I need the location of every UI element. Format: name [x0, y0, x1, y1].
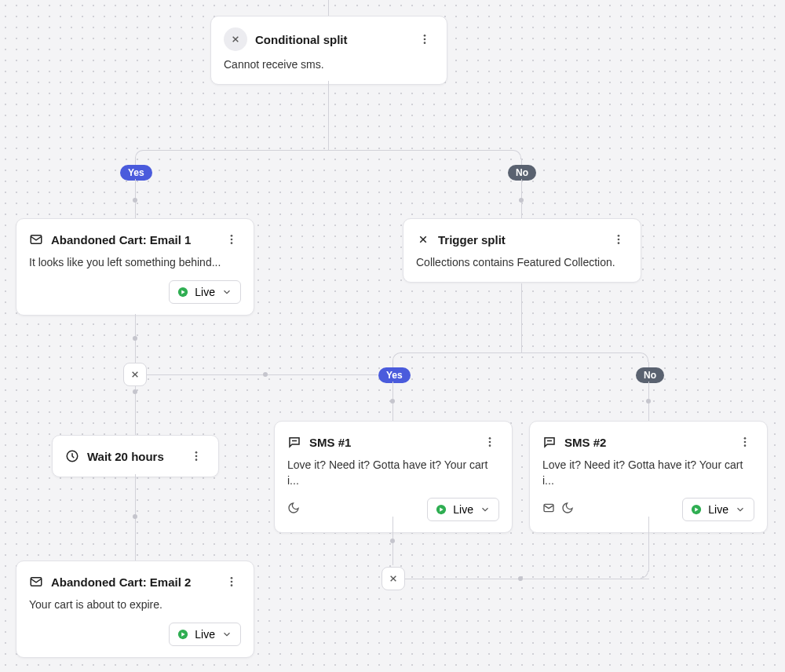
- email-icon: [29, 232, 43, 247]
- email-icon: [29, 575, 43, 589]
- svg-point-6: [231, 242, 233, 244]
- svg-point-4: [231, 235, 233, 237]
- branch-yes-badge: Yes: [120, 165, 152, 181]
- junction-icon: [382, 567, 405, 590]
- chevron-down-icon: [221, 629, 232, 640]
- email2-title: Abandoned Cart: Email 2: [51, 575, 191, 589]
- wait-more-button[interactable]: [187, 447, 206, 466]
- conditional-split-description: Cannot receive sms.: [224, 57, 434, 73]
- email1-title: Abandoned Cart: Email 1: [51, 233, 191, 247]
- sms2-status-select[interactable]: Live: [682, 498, 754, 521]
- sms-icon: [287, 435, 301, 449]
- sms2-description: Love it? Need it? Gotta have it? Your ca…: [542, 458, 754, 488]
- play-icon: [177, 629, 188, 640]
- trigger-branch-yes-badge: Yes: [378, 367, 411, 383]
- email1-card[interactable]: Abandoned Cart: Email 1 It looks like yo…: [16, 218, 254, 316]
- svg-point-24: [744, 437, 747, 440]
- trigger-split-title: Trigger split: [438, 233, 506, 247]
- svg-point-21: [489, 441, 491, 444]
- chevron-down-icon: [735, 504, 746, 515]
- chevron-down-icon: [480, 504, 491, 515]
- wait-title: Wait 20 hours: [87, 450, 164, 463]
- email1-status-select[interactable]: Live: [169, 280, 241, 304]
- svg-point-20: [489, 437, 491, 440]
- play-icon: [691, 504, 702, 515]
- email1-description: It looks like you left something behind.…: [29, 255, 241, 271]
- clock-icon: [65, 449, 79, 463]
- trigger-split-card[interactable]: Trigger split Collections contains Featu…: [403, 218, 641, 283]
- svg-point-16: [231, 577, 233, 579]
- trigger-split-more-button[interactable]: [609, 230, 628, 249]
- svg-point-17: [231, 581, 233, 583]
- email2-card[interactable]: Abandoned Cart: Email 2 Your cart is abo…: [16, 561, 254, 658]
- email2-status-select[interactable]: Live: [169, 623, 241, 646]
- sms1-card[interactable]: SMS #1 Love it? Need it? Gotta have it? …: [274, 421, 513, 533]
- chevron-down-icon: [221, 287, 232, 298]
- conditional-split-card[interactable]: Conditional split Cannot receive sms.: [210, 16, 447, 85]
- branch-no-badge: No: [508, 165, 536, 181]
- junction-icon: [123, 363, 147, 386]
- sms-icon: [542, 435, 557, 449]
- quiet-hours-icon: [561, 502, 574, 517]
- email-small-icon: [542, 502, 555, 517]
- svg-point-14: [195, 458, 198, 461]
- conditional-split-title: Conditional split: [255, 33, 348, 46]
- svg-point-5: [231, 239, 233, 241]
- sms2-status-label: Live: [708, 503, 728, 516]
- wait-card[interactable]: Wait 20 hours: [52, 435, 219, 477]
- split-icon: [224, 27, 247, 51]
- sms1-title: SMS #1: [309, 436, 351, 449]
- svg-point-1: [424, 38, 426, 41]
- sms2-title: SMS #2: [564, 436, 606, 449]
- play-icon: [436, 504, 447, 515]
- email2-description: Your cart is about to expire.: [29, 597, 241, 613]
- email2-status-label: Live: [195, 628, 215, 641]
- svg-point-13: [195, 455, 198, 458]
- svg-point-18: [231, 584, 233, 586]
- sms2-more-button[interactable]: [736, 433, 754, 451]
- sms1-status-label: Live: [453, 503, 473, 516]
- sms1-description: Love it? Need it? Gotta have it? Your ca…: [287, 458, 499, 488]
- split-icon: [416, 232, 430, 247]
- trigger-branch-no-badge: No: [636, 367, 664, 383]
- svg-point-2: [424, 42, 426, 44]
- svg-point-8: [618, 235, 620, 237]
- svg-point-22: [489, 444, 491, 447]
- svg-point-10: [618, 242, 620, 244]
- email1-status-label: Live: [195, 286, 215, 298]
- quiet-hours-icon: [287, 502, 300, 517]
- sms1-more-button[interactable]: [480, 433, 499, 451]
- email2-more-button[interactable]: [222, 572, 241, 591]
- svg-point-12: [195, 451, 198, 454]
- email1-more-button[interactable]: [222, 230, 241, 249]
- svg-point-25: [744, 441, 747, 444]
- svg-point-26: [744, 444, 747, 447]
- sms1-status-select[interactable]: Live: [427, 498, 499, 521]
- svg-point-9: [618, 239, 620, 241]
- play-icon: [177, 287, 188, 298]
- svg-point-0: [424, 35, 426, 37]
- conditional-split-more-button[interactable]: [415, 30, 434, 49]
- trigger-split-description: Collections contains Featured Collection…: [416, 255, 628, 271]
